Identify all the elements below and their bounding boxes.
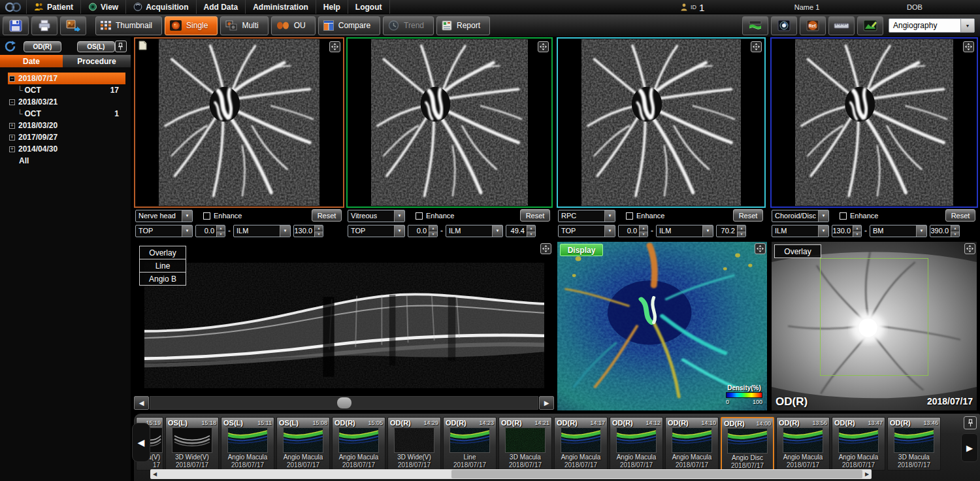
view-button-report[interactable]: Report <box>436 16 490 35</box>
view-button-single[interactable]: Single <box>165 16 218 35</box>
expand-icon[interactable] <box>964 243 975 254</box>
angio-image-1[interactable] <box>134 37 344 208</box>
display-button[interactable]: Display <box>560 244 603 256</box>
scrollbar-track[interactable] <box>159 469 862 479</box>
thumbnail-3d-macula-1421[interactable]: OD(R)14:213D Macula2018/07/17 <box>498 417 552 471</box>
menu-acquisition[interactable]: Acquisition <box>126 0 196 14</box>
tree-row-oct[interactable]: └OCT17 <box>8 84 125 96</box>
density-map-panel[interactable]: Display Density(%) 0 100 <box>556 241 768 412</box>
spinner-arrows[interactable]: ▲▼ <box>527 225 535 237</box>
layer-select-4[interactable]: Choroid/Disc▼ <box>772 210 829 222</box>
bscan-line-button[interactable]: Line <box>139 259 186 273</box>
angio-image-4[interactable] <box>770 37 978 208</box>
thumbnail-3d-wide-v-1429[interactable]: OD(R)14:293D Wide(V)2018/07/17 <box>387 417 441 471</box>
tree-expander-icon[interactable]: + <box>9 146 15 152</box>
tree-row-2018-03-21[interactable]: −2018/03/21 <box>8 96 125 108</box>
expand-icon[interactable] <box>755 243 766 254</box>
view-button-thumbnail[interactable]: Thumbnail <box>95 16 162 35</box>
thumbnail-angio-macula-1511[interactable]: OS(L)15:11Angio Macula2018/07/17 <box>221 417 274 471</box>
scrollbar-track[interactable] <box>150 396 538 410</box>
spinner-arrows[interactable]: ▲▼ <box>216 225 225 237</box>
thumbnail-angio-disc-1400[interactable]: OD(R)14:00Angio Disc2018/07/17 <box>721 417 774 471</box>
thumbnail-angio-macula-1410[interactable]: OD(R)14:10Angio Macula2018/07/17 <box>665 417 719 471</box>
angio-image-3[interactable] <box>557 37 766 208</box>
layer-select-1[interactable]: Nerve head▼ <box>135 210 193 222</box>
thumbnail-angio-macula-1508[interactable]: OS(L)15:08Angio Macula2018/07/17 <box>276 417 330 471</box>
reset-button-1[interactable]: Reset <box>312 209 342 222</box>
scroll-right-arrow[interactable]: ▶ <box>539 396 554 410</box>
scroll-left-arrow[interactable]: ◀ <box>150 471 159 477</box>
thumbnail-3d-macula-1346[interactable]: OD(R)13:463D Macula2018/07/17 <box>887 417 941 471</box>
spinner-arrows[interactable]: ▲▼ <box>314 225 323 237</box>
tree-row-all[interactable]: All <box>8 155 125 167</box>
from-offset-spinner-3[interactable]: 0.0▲▼ <box>618 225 648 237</box>
spinner-arrows[interactable]: ▲▼ <box>639 225 647 237</box>
menu-administration[interactable]: Administration <box>246 0 316 14</box>
filmstrip-right-arr[interactable]: ▶ <box>961 433 978 462</box>
expand-icon[interactable] <box>538 41 549 52</box>
menu-patient[interactable]: Patient <box>26 0 81 14</box>
view-button-ou[interactable]: OU <box>271 16 316 35</box>
enhance-checkbox-4[interactable]: Enhance <box>840 212 878 220</box>
scan-area-rectangle[interactable] <box>820 258 928 376</box>
reset-button-3[interactable]: Reset <box>733 209 763 222</box>
thumbnail-angio-macula-1417[interactable]: OD(R)14:17Angio Macula2018/07/17 <box>554 417 608 471</box>
tree-expander-icon[interactable]: − <box>9 99 15 105</box>
thumbnail-3d-wide-v-1518[interactable]: OS(L)15:183D Wide(V)2018/07/17 <box>165 417 219 471</box>
thumbnail-angio-macula-1356[interactable]: OD(R)13:56Angio Macula2018/07/17 <box>776 417 830 471</box>
to-offset-spinner-2[interactable]: 49.4▲▼ <box>506 225 536 237</box>
from-layer-select-4[interactable]: ILM▼ <box>772 225 829 237</box>
tree-expander-icon[interactable]: + <box>9 135 15 141</box>
menu-help[interactable]: Help <box>316 0 348 14</box>
display-mode-select[interactable]: Angiography ▼ <box>889 18 975 33</box>
filmstrip-left-arrow[interactable]: ◀ <box>132 423 150 462</box>
enhance-checkbox-2[interactable]: Enhance <box>416 212 454 220</box>
bscan-angio-b-button[interactable]: Angio B <box>139 272 186 286</box>
reset-button-4[interactable]: Reset <box>945 209 975 222</box>
enhance-checkbox-3[interactable]: Enhance <box>626 212 664 220</box>
spinner-arrows[interactable]: ▲▼ <box>737 225 745 237</box>
scroll-left-arrow[interactable]: ◀ <box>134 396 149 410</box>
expand-icon[interactable] <box>751 41 762 52</box>
bscan-panel[interactable]: OverlayLineAngio B ◀ ▶ <box>134 241 554 412</box>
layer-select-2[interactable]: Vitreous▼ <box>348 210 405 222</box>
thumbnail-angio-macula-1505[interactable]: OD(R)15:05Angio Macula2018/07/17 <box>332 417 385 471</box>
eye-tab-os[interactable]: OS(L) <box>77 41 115 52</box>
tree-row-2018-03-20[interactable]: +2018/03/20 <box>8 120 125 131</box>
from-layer-select-2[interactable]: TOP▼ <box>348 225 405 237</box>
bscan-scrollbar[interactable]: ◀ ▶ <box>134 395 554 410</box>
filmstrip-pin-button[interactable] <box>964 416 977 429</box>
filmstrip-scrollbar[interactable]: ◀ ▶ <box>150 469 872 479</box>
scroll-right-arrow[interactable]: ▶ <box>862 471 872 477</box>
tree-expander-icon[interactable]: − <box>9 76 15 82</box>
bscan-overlay-button[interactable]: Overlay <box>139 246 186 259</box>
save-button[interactable] <box>3 16 29 35</box>
from-layer-select-1[interactable]: TOP▼ <box>135 225 193 237</box>
tree-row-2018-07-17[interactable]: −2018/07/17 <box>8 73 125 84</box>
to-layer-select-2[interactable]: ILM▼ <box>446 225 503 237</box>
tree-row-2014-04-30[interactable]: +2014/04/30 <box>8 143 125 155</box>
to-layer-select-3[interactable]: ILM▼ <box>656 225 713 237</box>
thumbnail-angio-macula-1347[interactable]: OD(R)13:47Angio Macula2018/07/17 <box>832 417 885 471</box>
spinner-arrows[interactable]: ▲▼ <box>951 225 959 237</box>
enhance-checkbox-1[interactable]: Enhance <box>203 212 242 220</box>
to-offset-spinner-3[interactable]: 70.2▲▼ <box>716 225 746 237</box>
tab-procedure[interactable]: Procedure <box>63 55 131 67</box>
menu-view[interactable]: View <box>81 0 126 14</box>
from-offset-spinner-2[interactable]: 0.0▲▼ <box>408 225 438 237</box>
expand-icon[interactable] <box>540 243 551 254</box>
spinner-arrows[interactable]: ▲▼ <box>853 225 861 237</box>
to-layer-select-4[interactable]: BM▼ <box>870 225 927 237</box>
tree-row-oct[interactable]: └OCT1 <box>8 108 125 120</box>
thumbnail-line-1423[interactable]: OD(R)14:23Line2018/07/17 <box>443 417 497 471</box>
layers-button[interactable] <box>742 16 768 35</box>
sidebar-pin-button[interactable] <box>115 41 127 52</box>
expand-icon[interactable] <box>329 41 340 52</box>
annotate-button[interactable] <box>857 16 883 35</box>
note-icon[interactable] <box>139 41 147 50</box>
to-offset-spinner-1[interactable]: 130.0▲▼ <box>293 225 323 237</box>
angio-image-2[interactable] <box>346 37 553 208</box>
print-button[interactable] <box>31 16 57 35</box>
scrollbar-thumb[interactable] <box>451 470 862 478</box>
measure-button[interactable] <box>828 16 855 35</box>
